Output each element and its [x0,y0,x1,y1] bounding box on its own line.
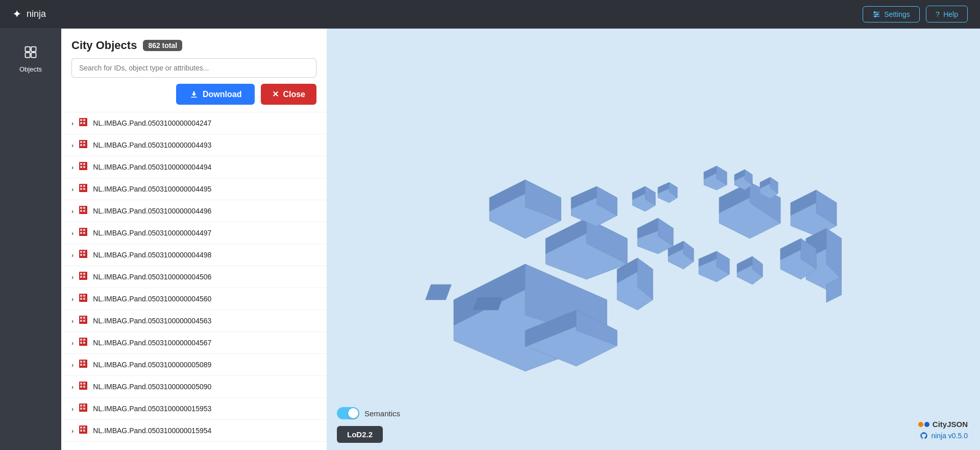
svg-rect-34 [80,210,82,212]
building-icon [79,381,88,392]
chevron-icon: › [71,317,74,325]
svg-rect-73 [83,383,85,385]
settings-icon [872,10,880,18]
dot-orange [918,422,923,427]
list-item-label: NL.IMBAG.Pand.0503100000004563 [93,317,211,325]
cityjson-label: CityJSON [933,420,968,429]
chevron-icon: › [71,273,74,281]
building-icon [79,403,88,414]
svg-rect-52 [80,295,82,297]
toggle-knob [348,408,358,418]
list-item[interactable]: › NL.IMBAG.Pand.0503100000004494 [61,156,327,178]
svg-rect-85 [83,430,85,432]
github-icon [920,432,928,440]
list-item-label: NL.IMBAG.Pand.0503100000004247 [93,119,211,127]
svg-point-3 [874,11,876,13]
svg-rect-29 [80,188,82,190]
sidebar-objects-label: Objects [19,65,42,73]
list-item[interactable]: › NL.IMBAG.Pand.0503100000004496 [61,200,327,222]
close-button[interactable]: ✕ Close [261,84,316,105]
panel-count-badge: 862 total [143,40,182,51]
list-item-label: NL.IMBAG.Pand.0503100000004567 [93,339,211,347]
brand-icon: ✦ [12,8,21,21]
objects-icon [23,45,38,62]
building-icon [79,293,88,304]
building-icon [79,227,88,239]
sidebar-item-objects[interactable]: Objects [8,39,54,79]
lod-badge[interactable]: LoD2.2 [337,426,383,443]
building-icon [79,337,88,348]
svg-rect-37 [80,229,82,231]
building-icon [79,205,88,217]
city-model [423,96,842,384]
settings-button[interactable]: Settings [863,6,920,22]
topbar: ✦ ninja Settings ? Help [0,0,980,29]
svg-rect-90 [425,285,451,300]
chevron-icon: › [71,229,74,237]
panel: City Objects 862 total Download ✕ Close … [61,29,327,450]
svg-rect-74 [80,386,82,388]
svg-rect-23 [83,163,85,165]
list-item-label: NL.IMBAG.Pand.0503100000005089 [93,361,211,369]
semantics-toggle-switch[interactable] [337,407,359,419]
list-item[interactable]: › NL.IMBAG.Pand.0503100000004493 [61,134,327,156]
list-item[interactable]: › NL.IMBAG.Pand.0503100000004497 [61,222,327,244]
svg-rect-65 [83,342,85,344]
svg-rect-91 [473,297,503,310]
list-item-label: NL.IMBAG.Pand.0503100000004497 [93,229,211,237]
download-label: Download [203,90,241,99]
download-button[interactable]: Download [176,84,255,105]
dot-blue [924,422,929,427]
building-icon [79,425,88,436]
svg-rect-75 [83,386,85,388]
chevron-icon: › [71,120,74,127]
list-item[interactable]: › NL.IMBAG.Pand.0503100000005090 [61,376,327,398]
svg-rect-22 [80,163,82,165]
list-item[interactable]: › NL.IMBAG.Pand.0503100000004247 [61,112,327,134]
list-item[interactable]: › NL.IMBAG.Pand.0503100000015953 [61,398,327,420]
svg-rect-24 [80,166,82,168]
list-item[interactable]: › NL.IMBAG.Pand.0503100000004567 [61,332,327,354]
help-button[interactable]: ? Help [926,6,968,22]
list-item[interactable]: › NL.IMBAG.Pand.0503100000015954 [61,420,327,442]
svg-rect-19 [80,144,82,146]
list-item-label: NL.IMBAG.Pand.0503100000015953 [93,405,211,413]
list-item[interactable]: › NL.IMBAG.Pand.0503100000004560 [61,288,327,310]
svg-rect-67 [80,361,82,363]
list-item[interactable]: › NL.IMBAG.Pand.0503100000004498 [61,244,327,266]
topbar-left: ✦ ninja [12,8,46,21]
svg-rect-47 [80,273,82,275]
panel-title: City Objects [71,39,137,52]
svg-rect-28 [83,185,85,187]
list-item[interactable]: › NL.IMBAG.Pand.0503100000004495 [61,178,327,200]
list-item[interactable]: › NL.IMBAG.Pand.0503100000004506 [61,266,327,288]
building-icon [79,117,88,129]
building-icon [79,139,88,151]
svg-rect-6 [26,47,30,52]
chevron-icon: › [71,383,74,391]
svg-rect-84 [80,430,82,432]
svg-rect-72 [80,383,82,385]
list-item[interactable]: › NL.IMBAG.Pand.0503100000005089 [61,354,327,376]
chevron-icon: › [71,141,74,149]
svg-rect-12 [80,119,82,121]
branding: CityJSON ninja v0.5.0 [918,420,968,440]
list-item[interactable]: › NL.IMBAG.Pand.0503100000004563 [61,310,327,332]
close-label: Close [283,90,305,99]
chevron-icon: › [71,295,74,303]
svg-point-4 [876,13,878,15]
svg-rect-58 [83,317,85,319]
svg-rect-70 [83,364,85,366]
panel-header: City Objects 862 total [61,29,327,58]
help-icon: ? [936,10,940,18]
chevron-icon: › [71,251,74,259]
svg-rect-63 [83,339,85,341]
search-input[interactable] [71,58,316,78]
svg-rect-77 [80,405,82,407]
svg-rect-15 [83,122,85,124]
list-item-label: NL.IMBAG.Pand.0503100000004506 [93,273,211,281]
list-item-label: NL.IMBAG.Pand.0503100000004495 [93,185,211,193]
viewport[interactable]: Semantics LoD2.2 CityJSON ninja v0.5.0 [327,29,980,450]
sidebar: Objects [0,29,61,450]
building-icon [79,359,88,370]
